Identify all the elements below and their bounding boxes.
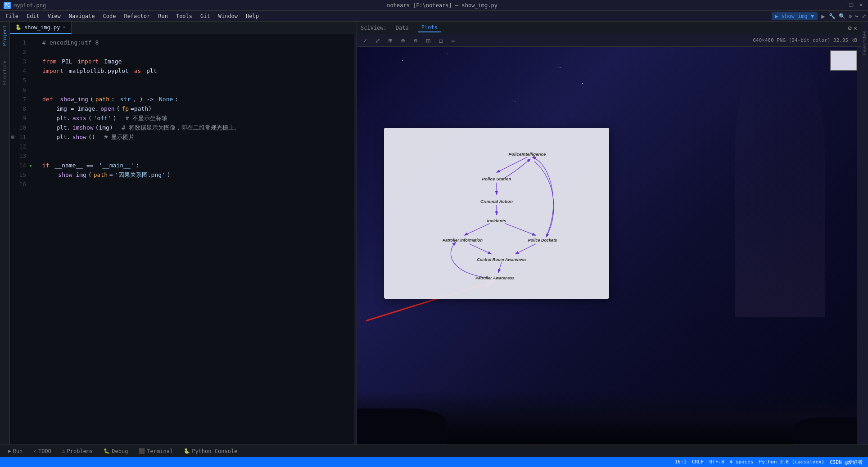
title-bar: PC myplot.png notears [F:\notears] – sho… xyxy=(0,0,868,11)
node-patroller-information: Patroller Information xyxy=(443,238,483,242)
tab-show-img[interactable]: 🐍 show_img.py × xyxy=(10,22,72,34)
sciview-image-toolbar: ✓ ⤢ ⊞ ⊕ ⊖ ◫ ◻ ✏ 640×480 PNG (24-bit colo… xyxy=(357,34,861,47)
status-cursor: 16:1 xyxy=(674,459,687,466)
sciview-content: PoliceIntelligence Police Station Crimin… xyxy=(357,47,861,445)
code-line-15: show_img(path='因果关系图.png') xyxy=(42,170,348,180)
app-icon: PC xyxy=(4,2,11,9)
svg-line-2 xyxy=(497,157,527,172)
node-control-room-awareness: Control Room Awareness xyxy=(477,257,526,262)
sciview-zoom-out-icon[interactable]: ⊖ xyxy=(411,36,420,45)
node-police-station: Police Station xyxy=(482,176,511,181)
bottom-tab-todo[interactable]: ✓ TODO xyxy=(29,447,56,455)
sciview-panel-controls: ⚙ ✕ xyxy=(848,24,857,31)
tab-close-icon[interactable]: × xyxy=(63,25,65,30)
svg-line-6 xyxy=(505,224,536,235)
status-python: Python 3.8 (causalnex) xyxy=(759,459,825,466)
code-editor: 1 2 3 4 5 6 7 8 9 10 11 12 13 14 15 16 xyxy=(10,34,357,445)
todo-icon: ✓ xyxy=(33,448,36,454)
sciview-close-icon[interactable]: ✕ xyxy=(854,24,857,31)
menu-view[interactable]: View xyxy=(44,12,64,20)
run-button[interactable]: ▶ xyxy=(821,13,825,20)
bp-7 xyxy=(10,94,15,104)
bp-5 xyxy=(10,76,15,85)
project-panel-label[interactable]: Project xyxy=(2,25,8,46)
run-indicator-14: ▶ xyxy=(30,161,37,170)
svg-line-8 xyxy=(515,244,536,254)
bp-4 xyxy=(10,66,15,76)
python-console-icon: 🐍 xyxy=(184,448,190,454)
sciview-scrollbar[interactable] xyxy=(857,47,861,445)
sciview-zoom-in-icon[interactable]: ⊕ xyxy=(398,36,407,45)
bp-2 xyxy=(10,47,15,57)
sciview-check-icon[interactable]: ✓ xyxy=(361,36,370,45)
menu-run[interactable]: Run xyxy=(154,12,172,20)
svg-line-9 xyxy=(498,262,502,273)
run-indicator-7 xyxy=(30,94,37,104)
favorites-label[interactable]: Favorites xyxy=(862,31,867,55)
bottom-tab-terminal[interactable]: ⬛ Terminal xyxy=(134,447,177,455)
menu-help[interactable]: Help xyxy=(242,12,262,20)
menu-tools[interactable]: Tools xyxy=(172,12,196,20)
menu-window[interactable]: Window xyxy=(215,12,241,20)
bp-10 xyxy=(10,123,15,132)
menu-file[interactable]: File xyxy=(2,12,22,20)
sciview-tab-data[interactable]: Data xyxy=(392,24,412,32)
tab-label: show_img.py xyxy=(24,24,60,31)
python-file-icon: 🐍 xyxy=(15,24,22,30)
line-numbers: 1 2 3 4 5 6 7 8 9 10 11 12 13 14 15 16 xyxy=(15,34,30,445)
status-right: 16:1 CRLF UTF-8 4 spaces Python 3.8 (cau… xyxy=(674,459,863,466)
status-indent: 4 spaces xyxy=(730,459,754,466)
bp-9 xyxy=(10,113,15,123)
todo-label: TODO xyxy=(38,448,51,454)
sciview-settings-icon[interactable]: ⚙ xyxy=(848,24,851,31)
status-encoding: UTF-8 xyxy=(709,459,724,466)
sciview-label: SciView: xyxy=(361,25,387,31)
editor-area: 🐍 show_img.py × xyxy=(10,22,357,445)
project-name: myplot.png xyxy=(14,2,46,9)
menu-edit[interactable]: Edit xyxy=(23,12,43,20)
breakpoint-gutter xyxy=(10,34,15,445)
causal-graph: PoliceIntelligence Police Station Crimin… xyxy=(393,137,600,290)
code-token: # encoding:utf-8 xyxy=(42,38,99,47)
code-line-12 xyxy=(42,142,348,151)
title-bar-left: PC myplot.png xyxy=(4,2,46,9)
sciview-border-icon[interactable]: ◻ xyxy=(436,36,445,45)
menu-git[interactable]: Git xyxy=(197,12,214,20)
sciview-expand-icon[interactable]: ⤢ xyxy=(373,36,382,45)
maximize-button[interactable]: ❐ xyxy=(848,2,854,9)
close-button[interactable]: ✕ xyxy=(858,2,864,9)
run-label: Run xyxy=(13,448,23,454)
code-line-10: plt.imshow(img) # 将数据显示为图像，即在二维常规光栅上。 xyxy=(42,123,348,132)
code-line-8: img = Image.open(fp=path) xyxy=(42,104,348,113)
editor-tab-bar: 🐍 show_img.py × xyxy=(10,22,357,34)
code-token: import xyxy=(42,66,63,76)
sciview-tab-plots[interactable]: Plots xyxy=(418,23,441,32)
image-thumbnail xyxy=(830,50,857,71)
minimize-button[interactable]: — xyxy=(838,2,845,9)
bp-8 xyxy=(10,104,15,113)
run-config[interactable]: ▶ show_img ▼ xyxy=(772,12,818,20)
sciview-edit-icon[interactable]: ✏ xyxy=(449,36,458,45)
sciview-panel: SciView: Data Plots ⚙ ✕ ✓ ⤢ ⊞ ⊕ ⊖ ◫ ◻ ✏ … xyxy=(357,22,861,445)
code-line-1: # encoding:utf-8 xyxy=(42,38,348,47)
bottom-tab-run[interactable]: ▶ Run xyxy=(4,447,27,455)
bottom-tab-debug[interactable]: 🐛 Debug xyxy=(99,447,132,455)
menu-refactor[interactable]: Refactor xyxy=(120,12,154,20)
code-content[interactable]: # encoding:utf-8 from PIL import Image i… xyxy=(37,34,354,445)
code-token: from xyxy=(42,57,56,66)
sciview-fit-icon[interactable]: ◫ xyxy=(424,36,433,45)
bottom-tab-python-console[interactable]: 🐍 Python Console xyxy=(179,447,242,455)
sidebar-left: Project Structure xyxy=(0,22,10,445)
structure-panel-label[interactable]: Structure xyxy=(2,61,7,85)
menu-navigate[interactable]: Navigate xyxy=(65,12,99,20)
terminal-label: Terminal xyxy=(147,448,173,454)
bottom-tab-problems[interactable]: ⚠ Problems xyxy=(58,447,97,455)
node-police-dockets: Police Dockets xyxy=(528,238,557,242)
terminal-icon: ⬛ xyxy=(139,448,145,454)
toolbar-icons: 🔧 🔍 ⚙ ↪ ⤢ xyxy=(829,13,866,19)
bp-1 xyxy=(10,38,15,47)
status-csdn: CSDN @爱好者 xyxy=(830,459,863,466)
menu-code[interactable]: Code xyxy=(99,12,120,20)
code-line-4: import matplotlib.pyplot as plt xyxy=(42,66,348,76)
sciview-grid-icon[interactable]: ⊞ xyxy=(386,36,395,45)
